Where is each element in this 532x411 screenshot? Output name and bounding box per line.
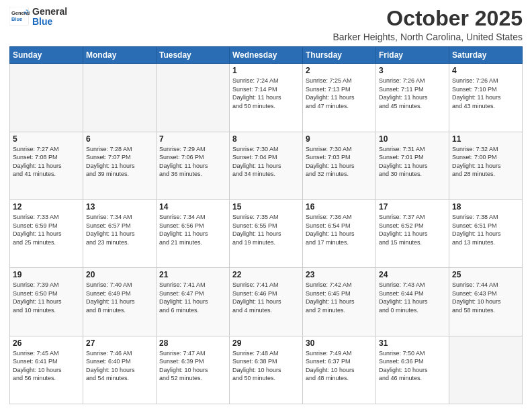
day-number: 23	[306, 270, 373, 279]
day-number: 3	[379, 66, 446, 75]
calendar-cell: 6Sunrise: 7:28 AMSunset: 7:07 PMDaylight…	[83, 132, 157, 199]
day-info: Sunrise: 7:33 AMSunset: 6:59 PMDaylight:…	[13, 213, 80, 246]
header: General Blue General Blue October 2025 B…	[9, 7, 523, 42]
calendar-cell: 10Sunrise: 7:31 AMSunset: 7:01 PMDayligh…	[376, 132, 449, 199]
calendar-cell: 4Sunrise: 7:26 AMSunset: 7:10 PMDaylight…	[449, 64, 523, 132]
logo: General Blue General Blue	[9, 7, 67, 28]
col-monday: Monday	[83, 47, 157, 64]
day-number: 19	[13, 270, 80, 279]
col-friday: Friday	[376, 47, 449, 64]
day-info: Sunrise: 7:30 AMSunset: 7:03 PMDaylight:…	[306, 145, 373, 179]
day-info: Sunrise: 7:50 AMSunset: 6:36 PMDaylight:…	[379, 349, 446, 383]
calendar-cell	[10, 64, 83, 132]
calendar-cell	[449, 336, 523, 404]
day-info: Sunrise: 7:39 AMSunset: 6:50 PMDaylight:…	[13, 281, 80, 314]
day-info: Sunrise: 7:43 AMSunset: 6:44 PMDaylight:…	[379, 281, 446, 314]
calendar-cell: 3Sunrise: 7:26 AMSunset: 7:11 PMDaylight…	[376, 64, 449, 132]
day-number: 26	[13, 338, 80, 348]
day-info: Sunrise: 7:49 AMSunset: 6:37 PMDaylight:…	[306, 349, 373, 383]
day-info: Sunrise: 7:41 AMSunset: 6:47 PMDaylight:…	[159, 281, 226, 314]
day-number: 31	[379, 338, 446, 348]
day-info: Sunrise: 7:26 AMSunset: 7:10 PMDaylight:…	[452, 77, 519, 110]
calendar-cell: 31Sunrise: 7:50 AMSunset: 6:36 PMDayligh…	[376, 336, 449, 404]
day-info: Sunrise: 7:44 AMSunset: 6:43 PMDaylight:…	[452, 281, 519, 314]
day-info: Sunrise: 7:30 AMSunset: 7:04 PMDaylight:…	[232, 145, 300, 179]
day-number: 15	[232, 202, 300, 212]
calendar-week-4: 19Sunrise: 7:39 AMSunset: 6:50 PMDayligh…	[10, 268, 523, 336]
calendar-cell: 27Sunrise: 7:46 AMSunset: 6:40 PMDayligh…	[83, 336, 157, 404]
day-info: Sunrise: 7:34 AMSunset: 6:57 PMDaylight:…	[86, 213, 153, 246]
day-number: 24	[379, 270, 446, 279]
day-number: 25	[452, 270, 519, 279]
calendar-cell: 12Sunrise: 7:33 AMSunset: 6:59 PMDayligh…	[10, 199, 83, 267]
day-info: Sunrise: 7:36 AMSunset: 6:54 PMDaylight:…	[306, 213, 373, 246]
calendar-cell: 26Sunrise: 7:45 AMSunset: 6:41 PMDayligh…	[10, 336, 83, 404]
day-info: Sunrise: 7:47 AMSunset: 6:39 PMDaylight:…	[159, 349, 226, 383]
col-tuesday: Tuesday	[157, 47, 230, 64]
day-number: 6	[86, 134, 153, 144]
day-number: 20	[86, 270, 153, 279]
col-sunday: Sunday	[10, 47, 83, 64]
day-info: Sunrise: 7:28 AMSunset: 7:07 PMDaylight:…	[86, 145, 153, 179]
calendar-cell: 21Sunrise: 7:41 AMSunset: 6:47 PMDayligh…	[157, 268, 230, 336]
calendar-cell	[83, 64, 157, 132]
day-number: 7	[159, 134, 226, 144]
calendar-cell: 29Sunrise: 7:48 AMSunset: 6:38 PMDayligh…	[230, 336, 303, 404]
day-number: 2	[306, 66, 373, 75]
calendar-cell: 17Sunrise: 7:37 AMSunset: 6:52 PMDayligh…	[376, 199, 449, 267]
day-number: 16	[306, 202, 373, 212]
calendar-cell: 20Sunrise: 7:40 AMSunset: 6:49 PMDayligh…	[83, 268, 157, 336]
day-info: Sunrise: 7:45 AMSunset: 6:41 PMDaylight:…	[13, 349, 80, 383]
calendar-cell: 14Sunrise: 7:34 AMSunset: 6:56 PMDayligh…	[157, 199, 230, 267]
day-info: Sunrise: 7:25 AMSunset: 7:13 PMDaylight:…	[306, 77, 373, 110]
day-info: Sunrise: 7:42 AMSunset: 6:45 PMDaylight:…	[306, 281, 373, 314]
location-subtitle: Barker Heights, North Carolina, United S…	[333, 32, 523, 42]
calendar-cell	[157, 64, 230, 132]
calendar-week-3: 12Sunrise: 7:33 AMSunset: 6:59 PMDayligh…	[10, 199, 523, 267]
logo-text: General Blue	[32, 7, 67, 28]
day-info: Sunrise: 7:24 AMSunset: 7:14 PMDaylight:…	[232, 77, 300, 110]
calendar-cell: 2Sunrise: 7:25 AMSunset: 7:13 PMDaylight…	[303, 64, 376, 132]
day-info: Sunrise: 7:26 AMSunset: 7:11 PMDaylight:…	[379, 77, 446, 110]
calendar-cell: 5Sunrise: 7:27 AMSunset: 7:08 PMDaylight…	[10, 132, 83, 199]
calendar-cell: 13Sunrise: 7:34 AMSunset: 6:57 PMDayligh…	[83, 199, 157, 267]
day-info: Sunrise: 7:46 AMSunset: 6:40 PMDaylight:…	[86, 349, 153, 383]
calendar-week-1: 1Sunrise: 7:24 AMSunset: 7:14 PMDaylight…	[10, 64, 523, 132]
day-info: Sunrise: 7:37 AMSunset: 6:52 PMDaylight:…	[379, 213, 446, 246]
month-title: October 2025	[333, 7, 523, 30]
calendar-cell: 24Sunrise: 7:43 AMSunset: 6:44 PMDayligh…	[376, 268, 449, 336]
day-number: 1	[232, 66, 300, 75]
calendar-cell: 18Sunrise: 7:38 AMSunset: 6:51 PMDayligh…	[449, 199, 523, 267]
calendar-cell: 25Sunrise: 7:44 AMSunset: 6:43 PMDayligh…	[449, 268, 523, 336]
calendar-cell: 28Sunrise: 7:47 AMSunset: 6:39 PMDayligh…	[157, 336, 230, 404]
col-thursday: Thursday	[303, 47, 376, 64]
day-info: Sunrise: 7:34 AMSunset: 6:56 PMDaylight:…	[159, 213, 226, 246]
logo-general-text: General	[32, 7, 67, 17]
calendar-cell: 19Sunrise: 7:39 AMSunset: 6:50 PMDayligh…	[10, 268, 83, 336]
day-number: 8	[232, 134, 300, 144]
day-number: 29	[232, 338, 300, 348]
calendar-cell: 1Sunrise: 7:24 AMSunset: 7:14 PMDaylight…	[230, 64, 303, 132]
calendar-cell: 7Sunrise: 7:29 AMSunset: 7:06 PMDaylight…	[157, 132, 230, 199]
calendar-cell: 30Sunrise: 7:49 AMSunset: 6:37 PMDayligh…	[303, 336, 376, 404]
calendar-cell: 11Sunrise: 7:32 AMSunset: 7:00 PMDayligh…	[449, 132, 523, 199]
day-number: 17	[379, 202, 446, 212]
day-info: Sunrise: 7:32 AMSunset: 7:00 PMDaylight:…	[452, 145, 519, 179]
page: General Blue General Blue October 2025 B…	[0, 0, 532, 411]
calendar-cell: 22Sunrise: 7:41 AMSunset: 6:46 PMDayligh…	[230, 268, 303, 336]
day-number: 27	[86, 338, 153, 348]
calendar-cell: 9Sunrise: 7:30 AMSunset: 7:03 PMDaylight…	[303, 132, 376, 199]
day-number: 4	[452, 66, 519, 75]
day-info: Sunrise: 7:31 AMSunset: 7:01 PMDaylight:…	[379, 145, 446, 179]
day-info: Sunrise: 7:48 AMSunset: 6:38 PMDaylight:…	[232, 349, 300, 383]
calendar-week-2: 5Sunrise: 7:27 AMSunset: 7:08 PMDaylight…	[10, 132, 523, 199]
day-info: Sunrise: 7:27 AMSunset: 7:08 PMDaylight:…	[13, 145, 80, 179]
calendar-table: Sunday Monday Tuesday Wednesday Thursday…	[9, 46, 523, 404]
col-saturday: Saturday	[449, 47, 523, 64]
svg-text:Blue: Blue	[11, 16, 22, 22]
day-number: 14	[159, 202, 226, 212]
calendar-cell: 8Sunrise: 7:30 AMSunset: 7:04 PMDaylight…	[230, 132, 303, 199]
day-info: Sunrise: 7:38 AMSunset: 6:51 PMDaylight:…	[452, 213, 519, 246]
title-block: October 2025 Barker Heights, North Carol…	[333, 7, 523, 42]
day-number: 18	[452, 202, 519, 212]
